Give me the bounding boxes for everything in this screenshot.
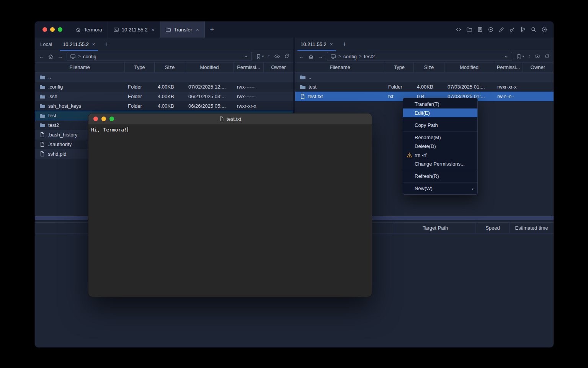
menu-separator	[403, 170, 477, 170]
table-row[interactable]: ..	[35, 72, 293, 82]
close-tab-icon[interactable]: ×	[92, 41, 95, 47]
close-window-button[interactable]	[93, 117, 98, 121]
file-size: 4.00KB	[155, 92, 185, 101]
new-pane-tab-button[interactable]: +	[338, 38, 351, 51]
menu-item-change-permissions[interactable]: Change Permissions...	[403, 159, 477, 168]
path-field[interactable]: > config > test2	[327, 52, 512, 61]
tab-label: 10.211.55.2	[122, 27, 148, 33]
editor-content[interactable]: Hi, Termora!	[88, 125, 372, 135]
left-pane-tabs: Local 10.211.55.2 × +	[35, 38, 293, 51]
bookmark-control[interactable]: ▾	[256, 54, 264, 59]
table-row[interactable]: .ssh Folder 4.00KB 06/21/2025 03:... rwx…	[35, 92, 293, 101]
filename: test.txt	[308, 94, 323, 99]
column-header-size[interactable]: Size	[414, 62, 444, 72]
tab-remote-session[interactable]: 10.211.55.2 ×	[295, 38, 338, 51]
close-tab-icon[interactable]: ×	[196, 27, 199, 33]
close-tab-icon[interactable]: ×	[330, 41, 333, 47]
minimize-window-button[interactable]	[50, 27, 55, 32]
close-tab-icon[interactable]: ×	[151, 27, 154, 33]
show-hidden-icon[interactable]	[534, 53, 541, 59]
table-row[interactable]: ..	[295, 72, 554, 82]
queue-column-target-path[interactable]: Target Path	[395, 223, 475, 233]
tab-local[interactable]: Local	[35, 38, 57, 51]
settings-icon[interactable]	[541, 26, 547, 33]
menu-item-transfer[interactable]: Transfer(T)	[403, 100, 477, 108]
refresh-icon[interactable]	[284, 54, 289, 59]
table-row[interactable]: test Folder 4.00KB 07/03/2025 01:... rwx…	[295, 82, 554, 92]
menu-item-copy-path[interactable]: Copy Path	[403, 121, 477, 130]
column-header-filename[interactable]: Filename	[295, 62, 385, 72]
chevron-down-icon[interactable]	[243, 54, 248, 59]
tab-termora[interactable]: Termora	[70, 21, 108, 38]
tab-transfer[interactable]: Transfer ×	[160, 21, 205, 38]
zoom-window-button[interactable]	[109, 117, 114, 121]
menu-item-label: New(W)	[415, 186, 433, 191]
column-header-type[interactable]: Type	[385, 62, 414, 72]
menu-item-new[interactable]: New(W) ›	[403, 184, 477, 193]
show-hidden-icon[interactable]	[274, 53, 280, 59]
path-separator: >	[78, 54, 81, 59]
home-button[interactable]	[308, 54, 314, 59]
column-header-filename[interactable]: Filename	[35, 62, 125, 72]
left-navbar: ← → > config ▾ ↑	[35, 51, 293, 62]
search-icon[interactable]	[531, 26, 537, 33]
zoom-window-button[interactable]	[58, 27, 62, 32]
editor-window: test.txt Hi, Termora!	[88, 113, 372, 297]
column-header-modified[interactable]: Modified	[444, 62, 494, 72]
key-icon[interactable]	[509, 26, 515, 33]
tab-terminal-session[interactable]: 10.211.55.2 ×	[108, 21, 160, 38]
column-header-permissions[interactable]: Permissi...	[234, 62, 264, 72]
new-tab-button[interactable]: +	[205, 21, 220, 38]
column-header-permissions[interactable]: Permissi...	[494, 62, 523, 72]
path-segment[interactable]: config	[343, 54, 357, 59]
home-button[interactable]	[48, 54, 54, 59]
back-button[interactable]: ←	[299, 54, 304, 59]
file-icon	[39, 141, 45, 147]
record-icon[interactable]	[488, 26, 494, 33]
file-size	[155, 72, 185, 82]
refresh-icon[interactable]	[544, 54, 550, 59]
menu-item-rm-rf[interactable]: rm -rf	[403, 151, 477, 159]
bookmark-icon[interactable]	[256, 54, 261, 59]
bookmark-caret[interactable]: ▾	[522, 54, 524, 58]
bookmark-control[interactable]: ▾	[516, 54, 524, 59]
new-pane-tab-button[interactable]: +	[100, 38, 113, 51]
table-row[interactable]: .config Folder 4.00KB 07/02/2025 12:... …	[35, 82, 293, 92]
up-directory-button[interactable]: ↑	[268, 54, 270, 59]
minimize-window-button[interactable]	[101, 117, 106, 121]
menu-item-delete[interactable]: Delete(D)	[403, 142, 477, 151]
bookmark-caret[interactable]: ▾	[262, 54, 264, 58]
chevron-down-icon[interactable]	[504, 54, 509, 59]
queue-column-speed[interactable]: Speed	[475, 223, 510, 233]
column-header-owner[interactable]: Owner	[523, 62, 553, 72]
menu-item-edit[interactable]: Edit(E)	[403, 108, 477, 117]
forward-button[interactable]: →	[57, 54, 63, 59]
menu-item-rename[interactable]: Rename(M)	[403, 133, 477, 142]
journal-icon[interactable]	[477, 26, 483, 33]
path-segment[interactable]: test2	[364, 54, 375, 59]
folder-icon[interactable]	[466, 26, 472, 33]
file-icon	[219, 116, 224, 122]
code-icon[interactable]	[456, 26, 462, 33]
queue-column-estimated-time[interactable]: Estimated time	[510, 223, 553, 233]
column-header-size[interactable]: Size	[155, 62, 185, 72]
tab-remote-session[interactable]: 10.211.55.2 ×	[57, 38, 100, 51]
column-header-type[interactable]: Type	[125, 62, 155, 72]
forward-button[interactable]: →	[318, 54, 323, 59]
column-header-owner[interactable]: Owner	[264, 62, 293, 72]
close-window-button[interactable]	[42, 27, 47, 32]
up-directory-button[interactable]: ↑	[528, 54, 531, 59]
back-button[interactable]: ←	[39, 54, 44, 59]
terminal-icon	[113, 27, 119, 33]
pencil-icon[interactable]	[498, 26, 505, 33]
bookmark-icon[interactable]	[516, 54, 522, 59]
editor-text: Hi, Termora!	[91, 127, 127, 133]
table-row[interactable]: ssh_host_keys Folder 4.00KB 06/26/2025 0…	[35, 101, 293, 111]
menu-item-refresh[interactable]: Refresh(R)	[403, 172, 477, 181]
column-header-modified[interactable]: Modified	[185, 62, 234, 72]
branch-icon[interactable]	[520, 26, 526, 33]
file-type	[385, 72, 414, 82]
editor-titlebar[interactable]: test.txt	[88, 113, 372, 125]
path-field[interactable]: > config	[67, 52, 252, 61]
path-segment[interactable]: config	[83, 54, 96, 59]
